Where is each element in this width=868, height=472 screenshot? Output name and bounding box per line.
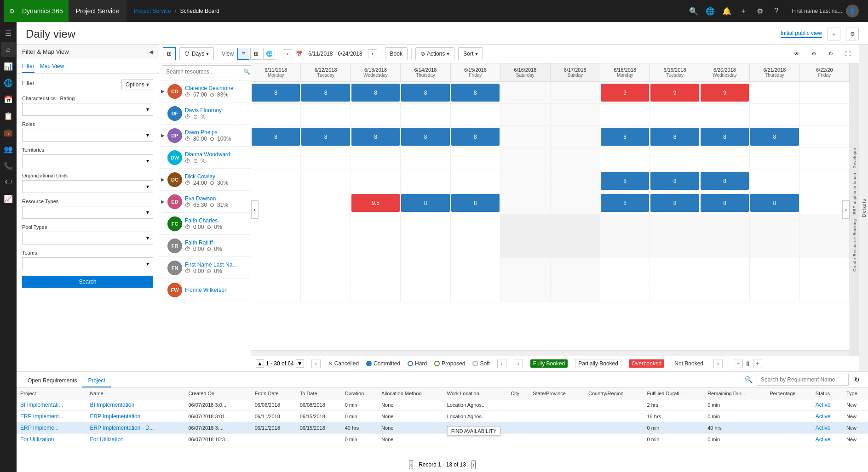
sidebar-notes-icon[interactable]: 📋 bbox=[1, 108, 16, 123]
status-link[interactable]: Active bbox=[816, 425, 831, 431]
expand-resource-icon[interactable]: ▶ bbox=[161, 177, 165, 182]
cal-cell[interactable]: 8 bbox=[251, 126, 301, 148]
brand-logo[interactable]: D Dynamics 365 bbox=[4, 0, 69, 22]
cal-cell[interactable]: 8 bbox=[600, 192, 650, 214]
booking-block[interactable]: 8 bbox=[601, 194, 649, 212]
status-link[interactable]: Active bbox=[816, 436, 831, 443]
cal-cell[interactable]: 8 bbox=[700, 126, 750, 148]
name-link[interactable]: ERP Implementation - D... bbox=[90, 425, 154, 431]
booking-block[interactable]: 8 bbox=[451, 128, 500, 146]
book-button[interactable]: Book bbox=[385, 47, 408, 60]
pagination-prev-button[interactable]: ‹ bbox=[409, 460, 413, 469]
cal-cell[interactable]: 8 bbox=[700, 170, 750, 192]
cal-cell[interactable]: 8 bbox=[401, 192, 450, 214]
territories-dropdown[interactable]: ▾ bbox=[22, 154, 153, 167]
list-item[interactable]: ▶ CD Clarence Desimone ⏱67:00 ⊙83% bbox=[159, 80, 251, 102]
booking-block[interactable]: 8 bbox=[750, 128, 799, 146]
sidebar-phone-icon[interactable]: 📞 bbox=[1, 158, 16, 173]
list-item[interactable]: ▶ FR Faith Ratliff ⏱0:00 ⊙0% bbox=[159, 235, 251, 257]
list-item[interactable]: ▶ FN First Name Last Na... ⏱0:00 ⊙0% bbox=[159, 257, 251, 279]
collapse-records-button[interactable]: ▲ bbox=[256, 359, 264, 368]
booking-block[interactable]: 9.5 bbox=[351, 194, 400, 212]
sidebar-briefcase-icon[interactable]: 💼 bbox=[1, 125, 16, 140]
fullscreen-icon[interactable]: ⛶ bbox=[840, 47, 855, 60]
booking-block[interactable]: 8 bbox=[451, 84, 500, 102]
booking-block[interactable]: 8 bbox=[252, 84, 300, 102]
name-link[interactable]: BI Implementation bbox=[90, 402, 134, 408]
tab-project[interactable]: Project bbox=[82, 375, 110, 387]
cal-cell[interactable]: 8 bbox=[600, 170, 650, 192]
horizontal-scrollbar[interactable] bbox=[251, 350, 850, 356]
list-item[interactable]: ▶ FC Faith Charles ⏱0:00 ⊙0% bbox=[159, 213, 251, 235]
cal-cell[interactable]: 8 bbox=[750, 192, 799, 214]
booking-block[interactable]: 9 bbox=[601, 84, 649, 102]
zoom-plus-button[interactable]: ＋ bbox=[753, 359, 762, 368]
date-prev-button[interactable]: ‹ bbox=[283, 49, 292, 58]
tab-open-requirements[interactable]: Open Requirements bbox=[22, 375, 82, 387]
booking-block[interactable]: 8 bbox=[701, 128, 749, 146]
sidebar-people-icon[interactable]: 👥 bbox=[1, 142, 16, 156]
resource-types-dropdown[interactable]: ▾ bbox=[22, 206, 153, 219]
globe-icon[interactable]: 🌐 bbox=[706, 6, 715, 16]
booking-block[interactable]: 9 bbox=[650, 84, 699, 102]
table-row[interactable]: For Utilization For Utilization 06/07/20… bbox=[17, 434, 868, 445]
table-row[interactable]: BI Implementati... BI Implementation 06/… bbox=[17, 399, 868, 411]
user-menu[interactable]: First name Last na... 👤 bbox=[787, 5, 864, 17]
search-icon[interactable]: 🔍 bbox=[689, 6, 698, 16]
settings-icon[interactable]: ⚙ bbox=[755, 6, 765, 16]
details-panel[interactable]: Details bbox=[859, 45, 868, 371]
cal-cell[interactable]: 8 bbox=[251, 82, 301, 103]
project-link[interactable]: ERP Implement... bbox=[20, 413, 63, 420]
booking-block[interactable]: 8 bbox=[301, 84, 350, 102]
status-link[interactable]: Active bbox=[816, 402, 831, 408]
legend-prev-button[interactable]: ‹ bbox=[311, 359, 321, 368]
list-item[interactable]: ▶ DW Dianna Woodward ⏱ ⊙% bbox=[159, 147, 251, 169]
date-next-button[interactable]: › bbox=[368, 49, 377, 58]
module-name[interactable]: Project Service bbox=[69, 0, 126, 22]
list-item[interactable]: ▶ DC Dick Cowley ⏱24:00 ⊙30% bbox=[159, 169, 251, 191]
pagination-next-button[interactable]: › bbox=[471, 460, 476, 469]
requirement-search-input[interactable] bbox=[757, 374, 849, 386]
filter-options-button[interactable]: Options ▾ bbox=[121, 79, 153, 90]
cal-cell[interactable]: 8 bbox=[351, 126, 401, 148]
booking-block[interactable]: 8 bbox=[351, 128, 400, 146]
req-refresh-icon[interactable]: ↻ bbox=[851, 374, 862, 385]
booking-block[interactable]: 8 bbox=[451, 194, 500, 212]
search-button[interactable]: Search bbox=[22, 276, 153, 288]
settings-view-button[interactable]: ⚙ bbox=[846, 28, 859, 40]
refresh-icon[interactable]: ↻ bbox=[824, 47, 838, 60]
booking-block[interactable]: 8 bbox=[701, 172, 749, 190]
sidebar-chart-icon[interactable]: 📊 bbox=[1, 59, 16, 74]
add-view-button[interactable]: ＋ bbox=[828, 28, 840, 40]
plus-icon[interactable]: ＋ bbox=[739, 6, 748, 16]
sidebar-calendar-icon[interactable]: 📅 bbox=[1, 92, 16, 107]
booking-block[interactable]: 8 bbox=[601, 128, 649, 146]
col-name[interactable]: Name ↑ bbox=[86, 388, 184, 399]
grid-view-icon[interactable]: ⊞ bbox=[250, 48, 262, 60]
cal-cell[interactable]: 9.5 bbox=[351, 192, 401, 214]
name-link[interactable]: For Utilization bbox=[90, 436, 123, 443]
req-search-icon[interactable]: 🔍 bbox=[743, 374, 754, 385]
expand-resource-icon[interactable]: ▶ bbox=[161, 133, 165, 138]
expand-resource-icon[interactable]: ▶ bbox=[161, 199, 165, 204]
name-link[interactable]: ERP Implementation bbox=[90, 413, 140, 420]
cal-cell[interactable]: 8 bbox=[750, 126, 799, 148]
sidebar-tag-icon[interactable]: 🏷 bbox=[1, 175, 16, 189]
sidebar-menu-icon[interactable]: ☰ bbox=[1, 26, 16, 40]
legend-next-button[interactable]: › bbox=[497, 359, 506, 368]
sidebar-globe-icon[interactable]: 🌐 bbox=[1, 75, 16, 90]
filter-tab-filter[interactable]: Filter bbox=[22, 63, 34, 73]
booking-block[interactable]: 8 bbox=[401, 128, 449, 146]
cal-cell[interactable]: 8 bbox=[650, 170, 700, 192]
booking-block[interactable]: 8 bbox=[601, 172, 649, 190]
project-link[interactable]: For Utilization bbox=[20, 436, 54, 443]
characteristics-dropdown[interactable]: ▾ bbox=[22, 103, 153, 116]
booking-block[interactable]: 8 bbox=[750, 194, 799, 212]
cal-cell[interactable]: 9 bbox=[600, 82, 650, 103]
booking-block[interactable]: 8 bbox=[650, 194, 699, 212]
scroll-right-button[interactable]: › bbox=[842, 200, 850, 219]
project-link[interactable]: BI Implementati... bbox=[20, 402, 63, 408]
booking-block[interactable]: 8 bbox=[252, 128, 300, 146]
filter-right-button[interactable]: › bbox=[713, 359, 723, 368]
teams-dropdown[interactable]: ▾ bbox=[22, 257, 153, 270]
